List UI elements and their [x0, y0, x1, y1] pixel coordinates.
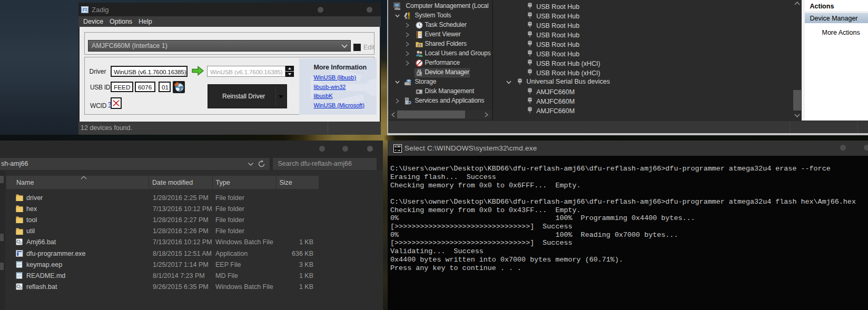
svg-text:c:\: c:\: [395, 148, 401, 152]
svg-text:23: 23: [417, 43, 421, 47]
svg-text:Z: Z: [84, 8, 86, 13]
